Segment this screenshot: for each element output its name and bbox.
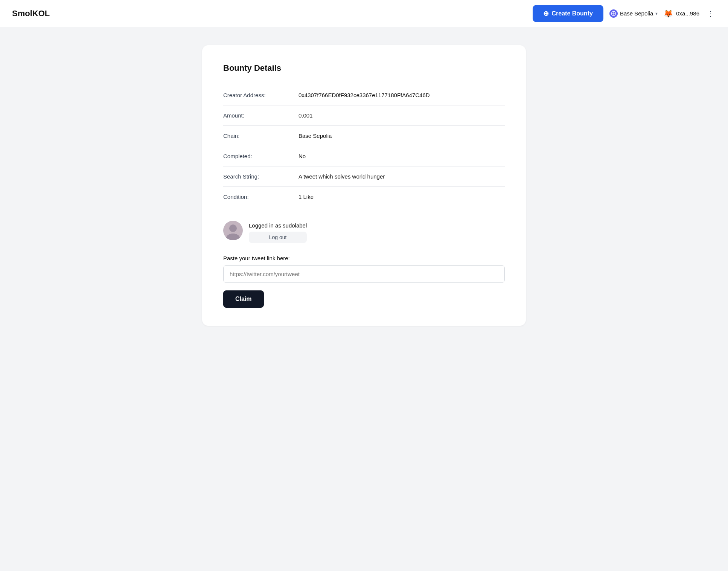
plus-icon: ⊕	[543, 9, 549, 18]
bounty-card: Bounty Details Creator Address: 0x4307f7…	[202, 45, 526, 326]
network-icon	[609, 9, 618, 18]
card-title: Bounty Details	[223, 63, 505, 73]
header-right: ⊕ Create Bounty Base Sepolia ▾ 🦊 0xa...9…	[533, 5, 716, 22]
user-info: Logged in as sudolabel Log out	[249, 221, 307, 243]
create-bounty-button[interactable]: ⊕ Create Bounty	[533, 5, 603, 22]
claim-button[interactable]: Claim	[223, 290, 264, 308]
header: SmolKOL ⊕ Create Bounty Base Sepolia ▾ 🦊…	[0, 0, 728, 27]
chevron-down-icon: ▾	[655, 11, 658, 16]
wallet-info: 🦊 0xa...986	[664, 9, 699, 18]
more-options-button[interactable]: ⋮	[705, 8, 716, 20]
field-value: Base Sepolia	[299, 126, 505, 146]
svg-point-2	[229, 224, 237, 232]
table-row: Amount: 0.001	[223, 105, 505, 126]
field-label: Chain:	[223, 126, 299, 146]
table-row: Completed: No	[223, 146, 505, 166]
field-value: 1 Like	[299, 187, 505, 207]
main-content: Bounty Details Creator Address: 0x4307f7…	[0, 27, 728, 344]
field-label: Creator Address:	[223, 85, 299, 105]
table-row: Creator Address: 0x4307f766ED0fF932ce336…	[223, 85, 505, 105]
field-label: Condition:	[223, 187, 299, 207]
network-name: Base Sepolia	[620, 10, 653, 17]
create-bounty-label: Create Bounty	[552, 10, 593, 17]
wallet-address: 0xa...986	[676, 10, 699, 17]
field-label: Search String:	[223, 166, 299, 187]
logged-in-text: Logged in as sudolabel	[249, 222, 307, 229]
bounty-details-table: Creator Address: 0x4307f766ED0fF932ce336…	[223, 85, 505, 207]
field-value: 0x4307f766ED0fF932ce3367e1177180FfA647C4…	[299, 85, 505, 105]
paste-label: Paste your tweet link here:	[223, 255, 505, 261]
user-section: Logged in as sudolabel Log out	[223, 221, 505, 243]
table-row: Condition: 1 Like	[223, 187, 505, 207]
avatar	[223, 221, 243, 240]
field-label: Completed:	[223, 146, 299, 166]
field-value: No	[299, 146, 505, 166]
tweet-link-input[interactable]	[223, 265, 505, 283]
table-row: Chain: Base Sepolia	[223, 126, 505, 146]
field-value: A tweet which solves world hunger	[299, 166, 505, 187]
logout-button[interactable]: Log out	[249, 232, 307, 243]
field-value: 0.001	[299, 105, 505, 126]
field-label: Amount:	[223, 105, 299, 126]
logo: SmolKOL	[12, 9, 50, 18]
metamask-icon: 🦊	[664, 9, 673, 18]
table-row: Search String: A tweet which solves worl…	[223, 166, 505, 187]
network-selector[interactable]: Base Sepolia ▾	[609, 9, 658, 18]
